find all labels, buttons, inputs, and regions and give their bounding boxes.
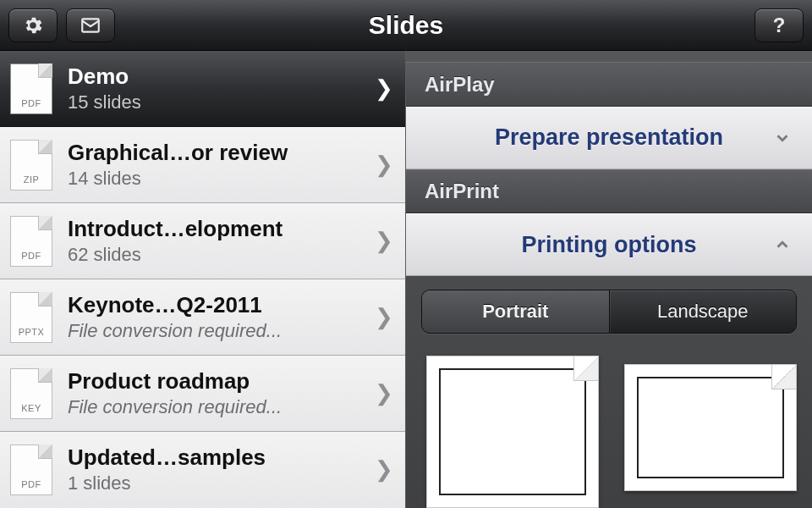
orientation-landscape-button[interactable]: Landscape: [609, 290, 797, 333]
chevron-right-icon: ❯: [368, 456, 393, 483]
orientation-segmented-control: Portrait Landscape: [421, 290, 797, 334]
list-item[interactable]: KEY Product roadmap File conversion requ…: [0, 356, 405, 432]
list-item[interactable]: PDF Updated…samples 1 slides ❯: [0, 432, 405, 508]
list-item-title: Demo: [68, 64, 368, 90]
file-icon: PDF: [10, 216, 52, 267]
envelope-icon: [80, 14, 102, 36]
list-item-title: Graphical…or review: [68, 140, 368, 166]
list-item-sub: File conversion required...: [68, 320, 368, 342]
list-item[interactable]: PDF Demo 15 slides ❯: [0, 51, 405, 127]
page-title: Slides: [0, 11, 812, 40]
navbar: Slides ?: [0, 0, 812, 51]
file-icon: ZIP: [10, 140, 52, 190]
list-item-sub: 1 slides: [68, 472, 368, 494]
help-icon: ?: [773, 14, 786, 37]
printing-options-row[interactable]: Printing options: [406, 213, 812, 276]
chevron-right-icon: ❯: [368, 75, 393, 102]
list-item-sub: 15 slides: [68, 91, 368, 113]
landscape-page-thumbnail[interactable]: [624, 364, 797, 491]
list-item[interactable]: PPTX Keynote…Q2-2011 File conversion req…: [0, 279, 405, 356]
list-item-title: Keynote…Q2-2011: [68, 292, 368, 318]
chevron-right-icon: ❯: [368, 380, 393, 406]
list-item-sub: 62 slides: [68, 244, 368, 266]
gear-icon: [22, 14, 44, 36]
list-item[interactable]: PDF Introduct…elopment 62 slides ❯: [0, 203, 405, 279]
help-button[interactable]: ?: [754, 8, 804, 42]
file-icon: PDF: [10, 64, 52, 114]
prepare-presentation-label: Prepare presentation: [495, 124, 723, 151]
chevron-right-icon: ❯: [368, 304, 393, 330]
settings-button[interactable]: [8, 8, 58, 42]
orientation-portrait-button[interactable]: Portrait: [422, 290, 609, 333]
list-item-title: Introduct…elopment: [68, 216, 368, 242]
file-icon: PDF: [10, 444, 52, 495]
slides-list: PDF Demo 15 slides ❯ ZIP Graphical…or re…: [0, 51, 406, 508]
print-options-area: Portrait Landscape: [406, 276, 812, 508]
list-item[interactable]: ZIP Graphical…or review 14 slides ❯: [0, 127, 405, 203]
prepare-presentation-row[interactable]: Prepare presentation: [406, 107, 812, 169]
detail-panel: AirPlay Prepare presentation AirPrint Pr…: [406, 51, 812, 508]
list-item-title: Product roadmap: [68, 368, 368, 395]
list-item-sub: File conversion required...: [68, 396, 368, 418]
list-item-sub: 14 slides: [68, 168, 368, 190]
chevron-right-icon: ❯: [368, 152, 393, 178]
list-item-title: Updated…samples: [68, 444, 368, 471]
file-icon: PPTX: [10, 292, 52, 343]
portrait-page-thumbnail[interactable]: [426, 356, 599, 508]
chevron-down-icon: [773, 129, 792, 147]
chevron-up-icon: [773, 235, 792, 254]
file-icon: KEY: [10, 368, 52, 419]
compose-button[interactable]: [66, 8, 115, 42]
chevron-right-icon: ❯: [368, 228, 393, 254]
airprint-header: AirPrint: [406, 169, 812, 214]
printing-options-label: Printing options: [522, 232, 697, 258]
airplay-header: AirPlay: [406, 62, 812, 107]
